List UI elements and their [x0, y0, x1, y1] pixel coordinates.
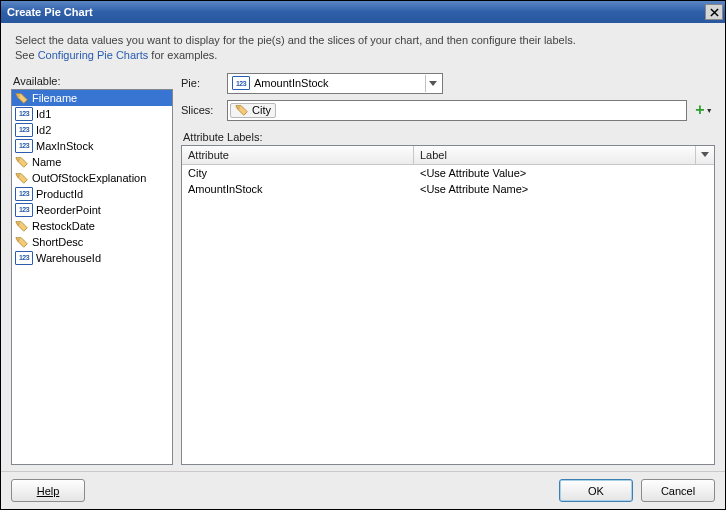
pie-label: Pie:	[181, 77, 221, 89]
cell-label: <Use Attribute Name>	[414, 183, 714, 195]
available-label: Available:	[13, 75, 173, 87]
chevron-down-icon	[425, 75, 440, 92]
number-icon: 123	[15, 139, 33, 153]
window-title: Create Pie Chart	[7, 6, 93, 18]
cell-attribute: AmountInStock	[182, 183, 414, 195]
list-item[interactable]: 123WarehouseId	[12, 250, 172, 266]
slices-chip-label: City	[252, 104, 271, 116]
list-item[interactable]: 123ProductId	[12, 186, 172, 202]
number-icon: 123	[15, 123, 33, 137]
list-item-label: RestockDate	[32, 220, 95, 232]
list-item-label: Name	[32, 156, 61, 168]
tag-icon	[235, 103, 249, 117]
attribute-labels-heading: Attribute Labels:	[183, 131, 715, 143]
list-item[interactable]: Name	[12, 154, 172, 170]
svg-point-0	[18, 95, 20, 97]
table-row[interactable]: AmountInStock<Use Attribute Name>	[182, 181, 714, 197]
table-menu-button[interactable]	[696, 146, 714, 164]
list-item-label: ProductId	[36, 188, 83, 200]
svg-point-1	[18, 159, 20, 161]
pie-value: AmountInStock	[254, 77, 329, 89]
list-item[interactable]: 123Id2	[12, 122, 172, 138]
tag-icon	[15, 171, 29, 185]
slices-input-box[interactable]: City	[227, 100, 687, 121]
list-item[interactable]: RestockDate	[12, 218, 172, 234]
chevron-down-icon: ▼	[706, 107, 713, 114]
list-item[interactable]: OutOfStockExplanation	[12, 170, 172, 186]
number-icon: 123	[15, 203, 33, 217]
svg-point-3	[18, 223, 20, 225]
slices-chip[interactable]: City	[230, 103, 276, 118]
number-icon: 123	[232, 76, 250, 90]
tag-icon	[15, 91, 29, 105]
tag-icon	[15, 219, 29, 233]
instruction-text: Select the data values you want to displ…	[1, 23, 725, 69]
slices-text-input[interactable]	[279, 102, 684, 119]
list-item[interactable]: 123Id1	[12, 106, 172, 122]
list-item-label: Filename	[32, 92, 77, 104]
ok-button[interactable]: OK	[559, 479, 633, 502]
list-item[interactable]: Filename	[12, 90, 172, 106]
attribute-labels-table: Attribute Label City<Use Attribute Value…	[181, 145, 715, 465]
svg-point-2	[18, 175, 20, 177]
slices-label: Slices:	[181, 104, 221, 116]
tag-icon	[15, 155, 29, 169]
tag-icon	[15, 235, 29, 249]
list-item-label: ReorderPoint	[36, 204, 101, 216]
list-item[interactable]: 123MaxInStock	[12, 138, 172, 154]
table-header: Attribute Label	[182, 146, 714, 165]
svg-point-4	[18, 239, 20, 241]
add-slice-button[interactable]: +▼	[693, 100, 715, 121]
col-label[interactable]: Label	[414, 146, 696, 164]
list-item-label: WarehouseId	[36, 252, 101, 264]
table-row[interactable]: City<Use Attribute Value>	[182, 165, 714, 181]
cancel-button[interactable]: Cancel	[641, 479, 715, 502]
number-icon: 123	[15, 251, 33, 265]
cell-attribute: City	[182, 167, 414, 179]
available-listbox[interactable]: Filename123Id1123Id2123MaxInStockNameOut…	[11, 89, 173, 465]
instruction-prefix: See	[15, 49, 38, 61]
pie-combo[interactable]: 123 AmountInStock	[227, 73, 443, 94]
number-icon: 123	[15, 107, 33, 121]
dialog-footer: Help OK Cancel	[1, 471, 725, 509]
instruction-line1: Select the data values you want to displ…	[15, 33, 711, 48]
list-item-label: ShortDesc	[32, 236, 83, 248]
instruction-suffix: for examples.	[148, 49, 217, 61]
help-button[interactable]: Help	[11, 479, 85, 502]
number-icon: 123	[15, 187, 33, 201]
svg-point-5	[238, 107, 240, 109]
list-item-label: Id2	[36, 124, 51, 136]
list-item-label: OutOfStockExplanation	[32, 172, 146, 184]
close-button[interactable]	[705, 4, 723, 20]
title-bar: Create Pie Chart	[1, 1, 725, 23]
list-item-label: Id1	[36, 108, 51, 120]
list-item[interactable]: ShortDesc	[12, 234, 172, 250]
cell-label: <Use Attribute Value>	[414, 167, 714, 179]
plus-icon: +	[695, 102, 704, 118]
list-item[interactable]: 123ReorderPoint	[12, 202, 172, 218]
col-attribute[interactable]: Attribute	[182, 146, 414, 164]
list-item-label: MaxInStock	[36, 140, 93, 152]
configuring-link[interactable]: Configuring Pie Charts	[38, 49, 149, 61]
